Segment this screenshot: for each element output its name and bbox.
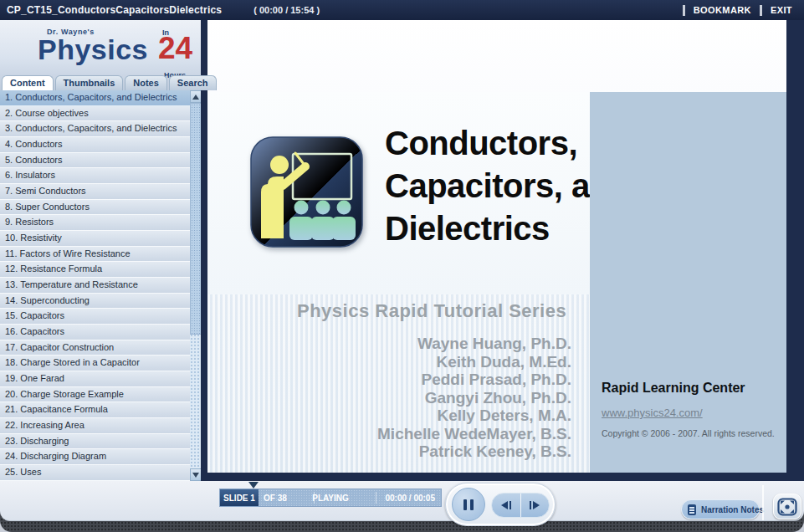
- playback-control-bar: SLIDE 1 OF 38 PLAYING 00:00 / 00:05: [0, 481, 804, 532]
- scroll-down-button[interactable]: [190, 468, 202, 481]
- author-name: Michelle WedeMayer, B.S.: [377, 425, 571, 443]
- pause-icon: [463, 499, 467, 510]
- scrollbar-thumb[interactable]: [190, 103, 202, 335]
- course-player-window: CP_CT15_ConductorsCapacitorsDielectrics …: [0, 0, 804, 532]
- branding-block: Rapid Learning Center www.physics24.com/…: [602, 381, 780, 438]
- author-name: Kelly Deters, M.A.: [377, 407, 571, 425]
- slide-list-item[interactable]: 20. Charge Storage Example: [0, 387, 190, 403]
- website-link[interactable]: www.physics24.com/: [602, 407, 703, 419]
- slide-list-item[interactable]: 11. Factors of Wire Resistance: [0, 247, 190, 263]
- separator: [760, 5, 762, 16]
- copyright-text: Copyright © 2006 - 2007. All rights rese…: [602, 428, 780, 438]
- slide-list-item[interactable]: 25. Uses: [0, 465, 190, 481]
- slide-list-item[interactable]: 22. Increasing Area: [0, 418, 190, 434]
- tab-notes[interactable]: Notes: [125, 75, 167, 90]
- playhead-marker-icon[interactable]: [248, 482, 259, 489]
- slide-list-item[interactable]: 5. Conductors: [0, 153, 190, 169]
- slide-list-item[interactable]: 16. Capacitors: [0, 325, 190, 340]
- total-time-display: ( 00:00 / 15:54 ): [253, 5, 320, 15]
- separator: [762, 485, 764, 520]
- slide-list-item[interactable]: 18. Charge Stored in a Capacitor: [0, 356, 190, 371]
- author-list: Wayne Huang, Ph.D. Keith Duda, M.Ed. Ped…: [377, 335, 571, 461]
- slide-canvas: Conductors, Capacitors, and Dielectrics …: [207, 92, 786, 473]
- notes-document-icon: [688, 504, 696, 515]
- narration-notes-label: Narration Notes: [701, 505, 764, 514]
- physics24-logo: Physics: [38, 33, 148, 66]
- slide-list-item[interactable]: 6. Insulators: [0, 168, 190, 184]
- slide-list: 1. Conductors, Capacitors, and Dielectri…: [0, 90, 190, 481]
- bookmark-button[interactable]: BOOKMARK: [694, 5, 751, 15]
- author-name: Wayne Huang, Ph.D.: [377, 335, 571, 353]
- fullscreen-icon: [777, 498, 797, 516]
- separator: [683, 5, 685, 16]
- slide-list-item[interactable]: 24. Discharging Diagram: [0, 449, 190, 465]
- slide-progress-bar[interactable]: SLIDE 1 OF 38 PLAYING 00:00 / 00:05: [219, 489, 442, 507]
- scroll-down-arrow-icon: [192, 473, 199, 478]
- step-forward-icon: [533, 501, 540, 509]
- brand-heading: Rapid Learning Center: [602, 381, 780, 396]
- author-name: Patrick Keeney, B.S.: [377, 442, 571, 461]
- step-back-icon: [510, 501, 511, 509]
- tab-thumbnails[interactable]: Thumbnails: [55, 75, 124, 90]
- tab-search[interactable]: Search: [169, 75, 217, 90]
- slide-time-display: 00:00 / 00:05: [386, 494, 436, 503]
- fullscreen-button[interactable]: [773, 494, 801, 519]
- scroll-up-arrow-icon: [192, 95, 199, 100]
- title-bar: CP_CT15_ConductorsCapacitorsDielectrics …: [0, 0, 804, 20]
- slide-list-item[interactable]: 7. Semi Conductors: [0, 184, 190, 200]
- title-bar-actions: BOOKMARK EXIT: [683, 5, 792, 16]
- author-name: Keith Duda, M.Ed.: [377, 353, 571, 371]
- slide-list-item[interactable]: 9. Resistors: [0, 215, 190, 231]
- pause-icon: [470, 499, 474, 510]
- branding-panel: Rapid Learning Center www.physics24.com/…: [590, 92, 786, 473]
- slide-bottom-border: [207, 473, 786, 481]
- toc-scrollbar[interactable]: [190, 90, 202, 481]
- sidebar-header: Dr. Wayne's Physics 24 In Hours Content …: [0, 20, 201, 90]
- previous-slide-button[interactable]: [492, 494, 521, 517]
- slide-list-item[interactable]: 12. Resistance Formula: [0, 262, 190, 278]
- slide-list-item[interactable]: 15. Capacitors: [0, 309, 190, 325]
- separator: [376, 492, 376, 504]
- author-name: Peddi Prasad, Ph.D.: [377, 371, 571, 389]
- slide-right-border: [786, 20, 804, 481]
- slide-list-item[interactable]: 21. Capacitance Formula: [0, 402, 190, 418]
- author-name: Gangyi Zhou, Ph.D.: [377, 389, 571, 407]
- slide-list-item[interactable]: 17. Capacitor Construction: [0, 340, 190, 356]
- slide-list-item[interactable]: 2. Course objectives: [0, 106, 190, 122]
- narration-notes-button[interactable]: Narration Notes: [681, 499, 760, 519]
- slide-list-item[interactable]: 14. Superconducting: [0, 294, 190, 309]
- course-file-title: CP_CT15_ConductorsCapacitorsDielectrics: [7, 4, 222, 16]
- pause-button[interactable]: [452, 488, 485, 521]
- slide-list-item[interactable]: 3. Conductors, Capacitors, and Dielectri…: [0, 121, 190, 137]
- slide-top-margin: [207, 20, 786, 92]
- slide-list-item[interactable]: 19. One Farad: [0, 371, 190, 387]
- prev-next-group: [491, 493, 550, 518]
- slide-list-item[interactable]: 23. Discharging: [0, 434, 190, 450]
- tab-content[interactable]: Content: [2, 75, 54, 90]
- slide-list-item[interactable]: 1. Conductors, Capacitors, and Dielectri…: [0, 90, 190, 106]
- presenter-classroom-icon: [249, 136, 364, 248]
- next-slide-button[interactable]: [521, 494, 550, 517]
- series-subtitle: Physics Rapid Tutorial Series: [297, 300, 566, 322]
- slide-list-item[interactable]: 13. Temperature and Resistance: [0, 278, 190, 294]
- exit-button[interactable]: EXIT: [771, 5, 792, 15]
- sidebar-tabs: Content Thumbnails Notes Search: [2, 75, 217, 90]
- slide-list-item[interactable]: 8. Super Conductors: [0, 200, 190, 216]
- slide-list-item[interactable]: 4. Conductors: [0, 137, 190, 153]
- step-forward-icon: [530, 501, 531, 509]
- slide-list-item[interactable]: 10. Resistivity: [0, 231, 190, 247]
- logo-in-word: In: [162, 28, 169, 37]
- step-back-icon: [501, 501, 508, 509]
- transport-controls: [445, 483, 556, 526]
- scroll-up-button[interactable]: [190, 90, 202, 103]
